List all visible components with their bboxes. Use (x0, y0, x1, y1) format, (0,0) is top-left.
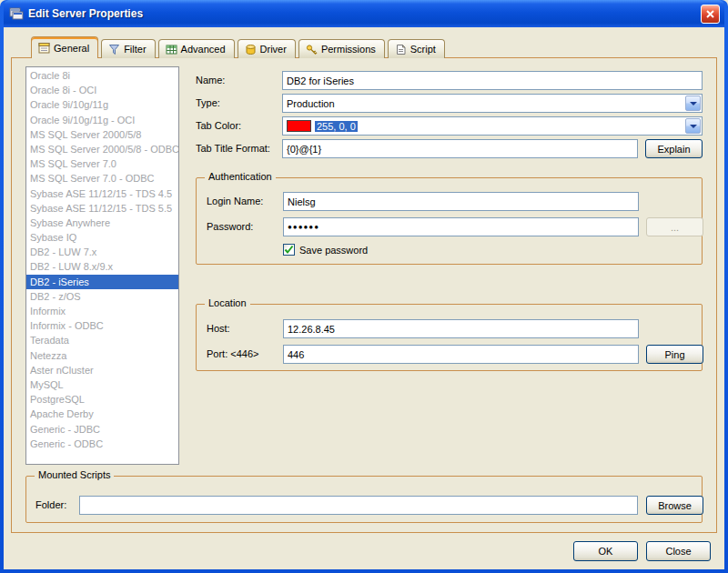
tab-label: Script (410, 44, 436, 55)
folder-input[interactable] (79, 496, 638, 515)
save-password-checkbox[interactable] (283, 244, 295, 256)
tab-advanced[interactable]: Advanced (158, 39, 235, 58)
color-swatch (287, 120, 311, 132)
close-icon (705, 9, 715, 19)
tab-label: General (54, 43, 89, 54)
authentication-group-title: Authentication (205, 171, 276, 182)
authentication-group: Authentication Login Name: Password: ...… (196, 177, 703, 265)
list-item[interactable]: Aster nCluster (26, 363, 178, 377)
list-item[interactable]: DB2 - LUW 7.x (26, 245, 178, 259)
general-tab-icon (38, 42, 50, 54)
host-input[interactable] (283, 319, 639, 338)
type-row: Type: Production (12, 94, 716, 113)
tab-color-row: Tab Color: 255, 0, 0 (12, 116, 716, 136)
titlebar[interactable]: Edit Server Properties (4, 0, 724, 27)
check-icon (284, 245, 294, 255)
tab-color-label: Tab Color: (196, 120, 241, 131)
chevron-down-icon (690, 125, 697, 128)
close-button[interactable] (701, 5, 720, 24)
mounted-scripts-group-title: Mounted Scripts (35, 469, 114, 480)
type-dropdown-button[interactable] (685, 96, 701, 111)
list-item[interactable]: Generic - JDBC (26, 422, 178, 437)
general-tab-panel: Oracle 8iOracle 8i - OCIOracle 9i/10g/11… (11, 57, 717, 533)
mounted-scripts-group: Mounted Scripts Folder: Browse (25, 476, 703, 523)
app-icon (9, 6, 24, 21)
tab-filter[interactable]: Filter (101, 39, 155, 58)
filter-tab-icon (108, 44, 120, 55)
close-dialog-button[interactable]: Close (646, 541, 711, 561)
password-row: Password: ... (197, 217, 702, 236)
type-value: Production (283, 98, 684, 109)
driver-tab-icon (245, 44, 257, 55)
edit-server-properties-dialog: Edit Server Properties General (0, 0, 728, 573)
list-item[interactable]: DB2 - iSeries (26, 275, 178, 289)
list-item[interactable]: Sybase ASE 11/12/15 - TDS 5.5 (26, 201, 178, 216)
tab-label: Permissions (321, 44, 376, 55)
name-input[interactable] (282, 71, 703, 90)
location-group-title: Location (205, 297, 250, 308)
permissions-tab-icon (306, 44, 318, 55)
host-label: Host: (207, 323, 230, 334)
port-row: Port: <446> Ping (197, 345, 702, 364)
location-group: Location Host: Port: <446> Ping (196, 304, 703, 371)
password-browse-button[interactable]: ... (646, 217, 703, 236)
tab-label: Filter (124, 44, 146, 55)
tab-color-select[interactable]: 255, 0, 0 (282, 116, 703, 136)
list-item[interactable]: DB2 - z/OS (26, 289, 178, 304)
ping-button[interactable]: Ping (646, 345, 703, 364)
tab-title-format-label: Tab Title Format: (196, 143, 270, 154)
password-label: Password: (207, 221, 253, 232)
tab-permissions[interactable]: Permissions (298, 39, 385, 58)
script-tab-icon (395, 44, 407, 55)
list-item[interactable]: Apache Derby (26, 407, 178, 421)
login-name-input[interactable] (283, 192, 639, 211)
host-row: Host: (197, 319, 702, 338)
tab-label: Advanced (181, 44, 226, 55)
type-label: Type: (196, 97, 220, 108)
tab-general[interactable]: General (31, 36, 98, 58)
tab-color-value: 255, 0, 0 (283, 120, 684, 132)
list-item[interactable]: Generic - ODBC (26, 437, 178, 451)
tab-script[interactable]: Script (388, 39, 445, 58)
password-input[interactable] (283, 217, 639, 236)
folder-row: Folder: Browse (26, 496, 702, 515)
tab-color-dropdown-button[interactable] (685, 118, 701, 134)
dialog-body: General Filter (4, 27, 724, 569)
list-item[interactable]: Teradata (26, 333, 178, 347)
tab-driver[interactable]: Driver (238, 39, 296, 58)
tabbar: General Filter (31, 36, 448, 58)
port-input[interactable] (283, 345, 639, 364)
name-label: Name: (196, 75, 225, 85)
port-label: Port: <446> (207, 348, 259, 359)
list-item[interactable]: MySQL (26, 377, 178, 392)
tab-color-text: 255, 0, 0 (315, 121, 358, 132)
list-item[interactable]: Informix - ODBC (26, 318, 178, 333)
folder-label: Folder: (35, 499, 66, 510)
advanced-tab-icon (166, 44, 177, 55)
window-title: Edit Server Properties (28, 7, 696, 20)
browse-button[interactable]: Browse (646, 496, 703, 515)
list-item[interactable]: Sybase Anywhere (26, 216, 178, 230)
chevron-down-icon (690, 102, 697, 106)
list-item[interactable]: Informix (26, 304, 178, 318)
list-item[interactable]: Sybase IQ (26, 230, 178, 245)
list-item[interactable]: MS SQL Server 7.0 - ODBC (26, 171, 178, 186)
type-select[interactable]: Production (282, 94, 703, 113)
name-row: Name: (12, 71, 716, 90)
list-item[interactable]: PostgreSQL (26, 392, 178, 407)
save-password-label: Save password (299, 245, 368, 256)
list-item[interactable]: Netezza (26, 348, 178, 363)
list-item[interactable]: DB2 - LUW 8.x/9.x (26, 259, 178, 274)
ok-button[interactable]: OK (573, 541, 638, 561)
explain-button[interactable]: Explain (645, 139, 703, 158)
login-name-row: Login Name: (197, 192, 702, 211)
tab-label: Driver (260, 44, 287, 55)
list-item[interactable]: Sybase ASE 11/12/15 - TDS 4.5 (26, 186, 178, 201)
tab-title-format-input[interactable] (282, 139, 638, 158)
tab-title-format-row: Tab Title Format: Explain (12, 139, 716, 158)
login-name-label: Login Name: (207, 196, 263, 206)
list-item[interactable]: MS SQL Server 7.0 (26, 156, 178, 171)
